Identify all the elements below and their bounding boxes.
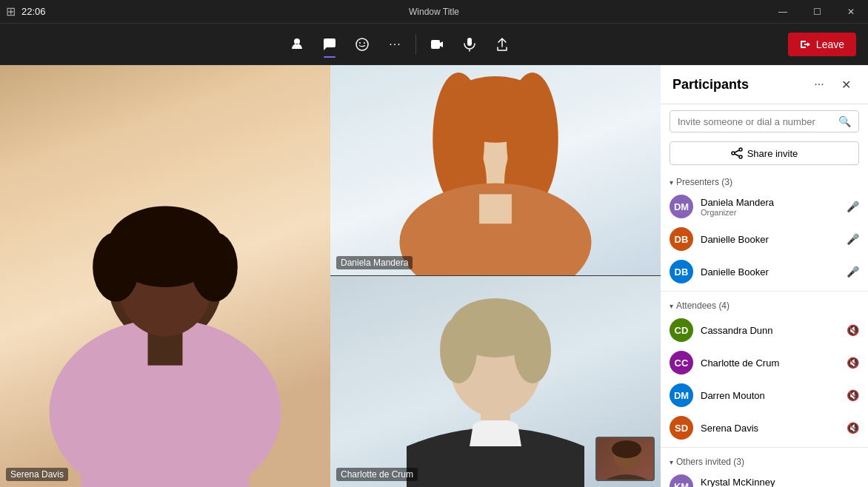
video-label-charlotte: Charlotte de Crum [336,468,418,481]
avatar-db1: DB [670,227,693,251]
video-cell-daniela: Daniela Mandera [330,65,661,276]
mic-icon-dm: 🎤 [847,201,859,212]
toolbar-center: ··· [282,30,517,59]
svg-point-2 [364,42,365,44]
participant-info-db2: Danielle Booker [701,266,839,278]
avatar-wrapper-cc: CC [670,351,693,375]
chevron-presenters: ▾ [670,178,673,187]
participant-row-charlotte[interactable]: CC Charlotte de Crum 🔇 [661,346,868,379]
search-icon: 🔍 [838,115,851,127]
svg-point-29 [739,155,742,158]
chevron-others: ▾ [670,458,673,466]
participant-name-db2: Danielle Booker [701,266,839,278]
divider-2 [661,447,868,448]
section-presenters-label: Presenters (3) [676,177,732,187]
svg-line-30 [735,150,739,152]
svg-point-28 [732,152,735,155]
mic-icon-db1: 🎤 [847,233,859,245]
search-bar[interactable]: 🔍 [670,110,859,132]
participant-info-dm2: Darren Mouton [701,390,839,401]
participant-info-dm: Daniela Mandera Organizer [701,197,839,217]
meeting-toolbar: ··· [0,24,868,65]
participant-name-dm: Daniela Mandera [701,197,839,208]
maximize-button[interactable]: ☐ [800,0,834,24]
avatar-cd: CD [670,318,693,342]
avatar-wrapper-dm: DM [670,195,693,218]
avatar-wrapper-sd: SD [670,416,693,440]
participants-panel: Participants ··· ✕ 🔍 Share invite ▾ [661,65,868,487]
share-invite-button[interactable]: Share invite [670,141,859,165]
avatar-dm: DM [670,195,693,218]
video-cell-charlotte: Charlotte de Crum [330,276,661,487]
participant-row-serena[interactable]: SD Serena Davis 🔇 [661,412,868,444]
avatar-wrapper-dm2: DM [670,383,693,407]
participant-info-km: Krystal McKinney Accepted [701,477,859,488]
section-others[interactable]: ▾ Others invited (3) [661,451,868,470]
search-input[interactable] [678,116,832,127]
participant-row-cassandra[interactable]: CD Cassandra Dunn 🔇 [661,314,868,346]
mic-button[interactable] [455,30,484,59]
window-controls: — ☐ ✕ [766,0,868,24]
participant-name-dm2: Darren Mouton [701,390,839,401]
avatar-wrapper-km: KM [670,474,693,487]
participant-info-cd: Cassandra Dunn [701,325,839,336]
share-invite-label: Share invite [747,148,798,159]
participant-row-daniela-mandera[interactable]: DM Daniela Mandera Organizer 🎤 [661,190,868,223]
main-area: Serena Davis Daniela Mandera [0,65,868,487]
svg-rect-3 [467,38,472,46]
section-attendees[interactable]: ▾ Attendees (4) [661,295,868,314]
video-grid: Serena Davis Daniela Mandera [0,65,661,487]
camera-button[interactable] [422,30,452,59]
participant-row-danielle-booker-2[interactable]: DB Danielle Booker 🎤 [661,255,868,288]
participant-row-darren[interactable]: DM Darren Mouton 🔇 [661,379,868,412]
mic-icon-cc: 🔇 [847,357,859,369]
participant-info-sd: Serena Davis [701,423,839,434]
toolbar-buttons: ··· [282,30,517,59]
svg-point-14 [444,76,547,143]
svg-point-24 [514,317,551,383]
participant-row-krystal[interactable]: KM Krystal McKinney Accepted [661,470,868,487]
svg-point-26 [612,440,641,458]
participants-list: ▾ Presenters (3) DM Daniela Mandera Orga… [661,171,868,487]
minimize-button[interactable]: — [766,0,800,24]
avatar-dm2: DM [670,383,693,407]
section-presenters[interactable]: ▾ Presenters (3) [661,171,868,190]
participant-name-sd: Serena Davis [701,423,839,434]
svg-point-27 [739,148,742,151]
video-cell-serena-davis: Serena Davis [0,65,330,487]
video-label-daniela: Daniela Mandera [336,256,413,269]
panel-title: Participants [672,77,749,93]
participant-row-danielle-booker-1[interactable]: DB Danielle Booker 🎤 [661,223,868,255]
svg-point-9 [93,232,139,302]
toolbar-right: Leave [788,33,856,56]
panel-close-button[interactable]: ✕ [835,74,856,95]
panel-more-button[interactable]: ··· [809,74,829,95]
participant-info-cc: Charlotte de Crum [701,357,839,369]
svg-point-23 [440,317,477,383]
section-attendees-label: Attendees (4) [676,300,730,311]
people-button[interactable] [282,30,312,59]
divider-1 [661,291,868,292]
chevron-attendees: ▾ [670,302,673,310]
avatar-wrapper-db2: DB [670,260,693,283]
participant-role-dm: Organizer [701,208,839,217]
participant-info-db1: Danielle Booker [701,234,839,245]
svg-point-10 [191,232,238,302]
mic-icon-dm2: 🔇 [847,389,859,401]
more-options-button[interactable]: ··· [380,30,410,59]
avatar-km: KM [670,474,693,487]
reactions-button[interactable] [347,30,377,59]
mic-icon-sd: 🔇 [847,422,859,434]
svg-rect-19 [479,194,512,224]
share-tray-button[interactable] [487,30,517,59]
leave-button[interactable]: Leave [788,33,856,56]
chat-button[interactable] [315,30,344,59]
avatar-sd: SD [670,416,693,440]
participant-name-cc: Charlotte de Crum [701,357,839,369]
close-button[interactable]: ✕ [834,0,868,24]
svg-point-0 [356,38,368,50]
avatar-wrapper-cd: CD [670,318,693,342]
mic-icon-db2: 🎤 [847,266,859,278]
grid-icon: ⊞ [6,4,16,19]
svg-point-1 [359,42,361,44]
